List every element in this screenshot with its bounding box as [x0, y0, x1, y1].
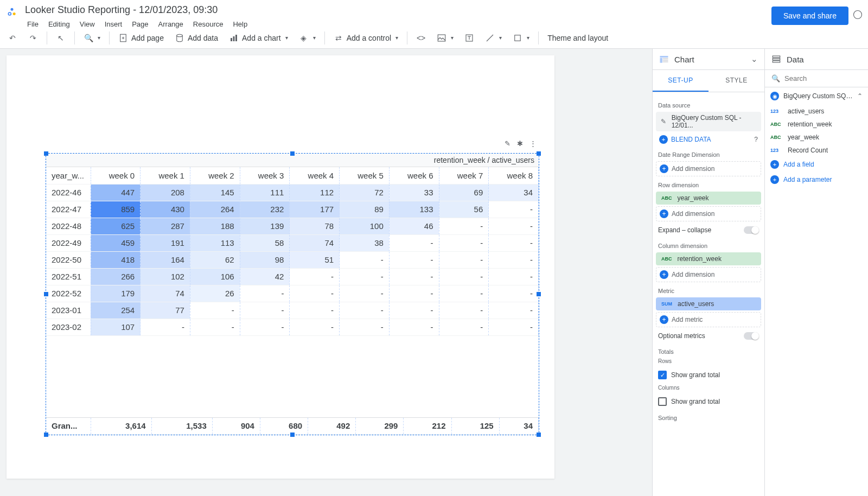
cell-value: 113 [190, 234, 240, 251]
show-grand-total-rows-checkbox[interactable]: ✓ Show grand total [656, 367, 761, 383]
add-chart-button[interactable]: Add a chart ▾ [225, 30, 292, 46]
zoom-button[interactable]: 🔍▾ [79, 30, 105, 46]
column-dimension-chip[interactable]: ABC retention_week [656, 252, 761, 265]
menu-page[interactable]: Page [127, 18, 152, 30]
menu-insert[interactable]: Insert [100, 18, 127, 30]
search-icon: 🔍 [771, 74, 780, 82]
selection-handle[interactable] [537, 151, 541, 156]
menu-arrange[interactable]: Arrange [154, 18, 188, 30]
cell-value: - [290, 285, 340, 302]
column-header[interactable]: week 6 [389, 167, 439, 184]
selection-handle[interactable] [537, 292, 541, 296]
community-viz-button[interactable]: ◈▾ [295, 30, 320, 46]
cell-value: - [489, 234, 539, 251]
add-parameter-button[interactable]: + Add a parameter [765, 172, 868, 187]
data-source-chip[interactable]: ✎ BigQuery Custom SQL - 12/01... [656, 112, 761, 131]
filter-icon[interactable]: ✱ [517, 139, 523, 148]
add-metric-button[interactable]: + Add metric [656, 312, 761, 327]
selection-handle[interactable] [537, 433, 541, 437]
theme-layout-button[interactable]: Theme and layout [543, 30, 612, 46]
image-button[interactable]: ▾ [432, 30, 458, 46]
metric-chip[interactable]: SUM active_users [656, 297, 761, 310]
line-button[interactable]: ▾ [481, 30, 506, 46]
column-header[interactable]: week 8 [489, 167, 539, 184]
cell-value: - [340, 251, 390, 268]
tab-style[interactable]: STYLE [709, 70, 764, 92]
add-date-dimension-button[interactable]: + Add dimension [656, 161, 761, 176]
selection-handle[interactable] [44, 433, 48, 437]
selection-handle[interactable] [290, 151, 295, 156]
expand-collapse-toggle[interactable]: Expand – collapse [656, 223, 761, 237]
cell-value: 34 [489, 184, 539, 201]
add-page-button[interactable]: Add page [114, 30, 168, 46]
column-header[interactable]: week 7 [439, 167, 489, 184]
cell-value: 33 [389, 184, 439, 201]
svg-rect-8 [235, 35, 237, 41]
redo-button[interactable]: ↷ [24, 30, 42, 46]
add-field-button[interactable]: + Add a field [765, 157, 868, 172]
collapse-icon[interactable]: ⌃ [857, 92, 863, 100]
data-field-year_week[interactable]: ABCyear_week [765, 131, 868, 144]
column-header[interactable]: week 1 [141, 167, 190, 184]
chart-panel-header[interactable]: Chart ⌄ [653, 49, 764, 70]
chevron-down-icon[interactable]: ⌄ [751, 54, 758, 64]
pencil-icon[interactable]: ✎ [659, 117, 668, 126]
column-header[interactable]: week 2 [190, 167, 240, 184]
menu-resource[interactable]: Resource [189, 18, 228, 30]
menu-view[interactable]: View [75, 18, 99, 30]
add-column-dimension-button[interactable]: + Add dimension [656, 267, 761, 282]
cell-value: 208 [141, 184, 190, 201]
data-field-record-count[interactable]: 123Record Count [765, 144, 868, 157]
field-type-badge: ABC [770, 122, 783, 127]
menu-help[interactable]: Help [228, 18, 252, 30]
toggle-switch[interactable] [744, 332, 759, 340]
selection-handle[interactable] [44, 151, 48, 156]
select-tool-button[interactable]: ↖ [52, 30, 70, 46]
more-options-icon[interactable] [853, 10, 863, 20]
column-header[interactable]: week 4 [290, 167, 340, 184]
data-source-row[interactable]: ◉ BigQuery Custom SQL - 12/01/202... ⌃ [765, 87, 868, 105]
search-input[interactable] [784, 74, 868, 82]
edit-icon[interactable]: ✎ [505, 139, 510, 148]
cell-value: 89 [340, 201, 390, 218]
more-icon[interactable]: ⋮ [529, 139, 537, 148]
text-button[interactable] [460, 30, 478, 46]
cell-value: - [489, 251, 539, 268]
optional-metrics-label: Optional metrics [658, 332, 705, 340]
row-label: 2023-01 [46, 302, 91, 319]
table-row: 2022-478594302642321778913356- [46, 201, 539, 218]
selection-handle[interactable] [44, 292, 48, 296]
add-row-dimension-button[interactable]: + Add dimension [656, 206, 761, 221]
row-dimension-chip[interactable]: ABC year_week [656, 192, 761, 205]
cell-value: 625 [91, 218, 141, 234]
selection-handle[interactable] [290, 433, 295, 437]
optional-metrics-toggle[interactable]: Optional metrics [656, 329, 761, 343]
data-search[interactable]: 🔍 [765, 70, 868, 87]
document-title[interactable]: Looker Studio Reporting - 12/01/2023, 09… [23, 3, 771, 17]
column-header[interactable]: week 3 [240, 167, 290, 184]
save-and-share-button[interactable]: Save and share [771, 7, 848, 25]
help-icon[interactable]: ? [754, 136, 758, 143]
menu-file[interactable]: File [23, 18, 43, 30]
expand-collapse-label: Expand – collapse [658, 226, 711, 234]
row-dimension-header[interactable]: year_w... [46, 167, 91, 184]
undo-button[interactable]: ↶ [3, 30, 22, 46]
toggle-switch[interactable] [744, 226, 759, 234]
tab-setup[interactable]: SET-UP [653, 70, 709, 92]
pivot-table-chart[interactable]: ✎ ✱ ⋮ retention_week / active_users year… [46, 153, 539, 435]
add-data-button[interactable]: Add data [170, 30, 222, 46]
menu-editing[interactable]: Editing [44, 18, 74, 30]
column-header[interactable]: week 5 [340, 167, 390, 184]
add-control-button[interactable]: ⇄ Add a control ▾ [329, 30, 403, 46]
embed-button[interactable]: <> [412, 30, 430, 46]
data-field-retention_week[interactable]: ABCretention_week [765, 118, 868, 131]
shape-button[interactable]: ▾ [508, 30, 534, 46]
show-grand-total-columns-checkbox[interactable]: Show grand total [656, 394, 761, 409]
cell-value: 98 [240, 251, 290, 268]
cell-value: 46 [389, 218, 439, 234]
column-header[interactable]: week 0 [91, 167, 141, 184]
cell-value: 62 [190, 251, 240, 268]
blend-data-button[interactable]: + BLEND DATA ? [656, 133, 761, 146]
data-field-active_users[interactable]: 123active_users [765, 105, 868, 118]
report-canvas[interactable]: ✎ ✱ ⋮ retention_week / active_users year… [0, 49, 652, 496]
